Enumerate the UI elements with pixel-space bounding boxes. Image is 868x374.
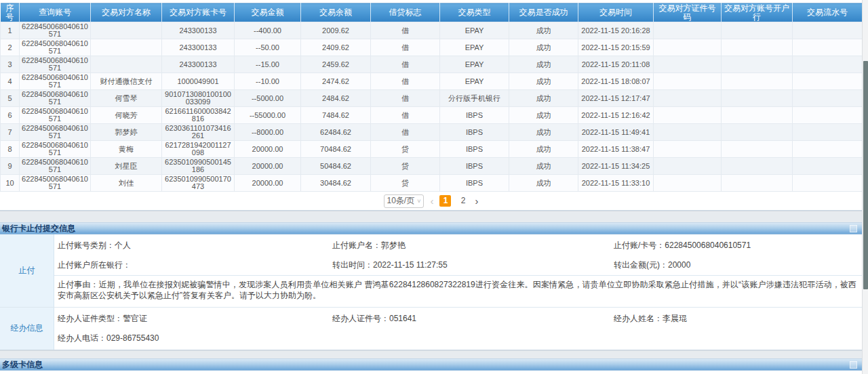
officer-info-row: 经办信息 经办人证件类型：警官证 经办人证件号：051641 经办人姓名：李晨琨…	[0, 308, 862, 350]
table-cell: 4	[1, 73, 20, 90]
table-cell	[793, 56, 863, 73]
table-cell	[793, 73, 863, 90]
collapse-icon[interactable]	[850, 225, 857, 232]
page-size-select[interactable]: 10条/页 ˅	[384, 194, 425, 208]
table-cell: 9010713080100100033099	[162, 90, 235, 107]
table-cell: 10	[1, 175, 20, 192]
table-cell: 2009.62	[301, 22, 371, 39]
table-cell: 何晓芳	[91, 107, 162, 124]
stop-payment-info-box: 止付 止付账号类别：个人 止付账户名：郭梦艳 止付账/卡号：6228450068…	[0, 234, 862, 350]
table-cell: 2022-11-15 11:33:10	[578, 175, 654, 192]
section-divider	[0, 350, 862, 358]
transactions-panel: 序号查询账号交易对方名称交易对方账卡号交易金额交易余额借贷标志交易类型交易是否成…	[0, 0, 862, 211]
table-cell: 6228450068040610571	[20, 141, 91, 158]
table-cell	[793, 90, 863, 107]
table-cell	[654, 107, 722, 124]
officer-phone-field: 经办人电话：029-86755430	[58, 333, 332, 344]
table-cell: 7	[1, 124, 20, 141]
page: 序号查询账号交易对方名称交易对方账卡号交易金额交易余额借贷标志交易类型交易是否成…	[0, 0, 862, 374]
table-cell: EPAY	[440, 56, 509, 73]
field-line: 止付账号类别：个人 止付账户名：郭梦艳 止付账/卡号：6228450068040…	[54, 236, 862, 255]
table-cell	[654, 141, 722, 158]
table-cell: 成功	[509, 141, 578, 158]
transactions-table: 序号查询账号交易对方名称交易对方账卡号交易金额交易余额借贷标志交易类型交易是否成…	[0, 3, 863, 192]
next-page-button[interactable]: ›	[475, 196, 478, 206]
table-cell: 分行版手机银行	[440, 90, 509, 107]
table-cell: 刘佳	[91, 175, 162, 192]
table-cell: EPAY	[440, 39, 509, 56]
table-cell: 7484.62	[301, 107, 371, 124]
table-cell: 2	[1, 39, 20, 56]
table-cell: IBPS	[440, 158, 509, 175]
column-header: 交易对方账卡号	[162, 3, 235, 22]
column-header: 序号	[1, 3, 20, 22]
officer-fields: 经办人证件类型：警官证 经办人证件号：051641 经办人姓名：李晨琨 经办人电…	[54, 308, 862, 350]
table-cell: 50484.62	[301, 158, 371, 175]
chevron-down-icon: ˅	[417, 198, 420, 205]
table-cell	[722, 107, 793, 124]
table-cell: 2022-11-15 18:08:07	[578, 73, 654, 90]
table-cell: 243300133	[162, 39, 235, 56]
table-cell: 贷	[371, 141, 440, 158]
page-number-2[interactable]: 2	[457, 195, 469, 207]
table-cell	[793, 39, 863, 56]
table-cell	[793, 107, 863, 124]
table-cell	[722, 175, 793, 192]
table-cell: 6228450068040610571	[20, 90, 91, 107]
table-cell: IBPS	[440, 107, 509, 124]
table-cell: 5	[1, 90, 20, 107]
table-cell	[654, 175, 722, 192]
row-label-officer: 经办信息	[0, 308, 54, 350]
vertical-scrollbar[interactable]	[862, 0, 868, 374]
table-row: 76228450068040610571郭梦婷62303611010734162…	[1, 124, 863, 141]
collapse-icon[interactable]	[850, 361, 857, 369]
table-cell: 借	[371, 73, 440, 90]
bank-field: 止付账户所在银行：	[58, 259, 332, 271]
table-cell	[722, 124, 793, 141]
table-cell: --10.00	[235, 73, 301, 90]
table-row: 16228450068040610571243300133--400.00200…	[1, 22, 863, 39]
table-cell: 2459.62	[301, 56, 371, 73]
table-cell: --55000.00	[235, 107, 301, 124]
table-cell: 6228450068040610571	[20, 73, 91, 90]
page-size-label: 10条/页	[387, 195, 415, 207]
table-cell: 1000049901	[162, 73, 235, 90]
table-cell: 9	[1, 158, 20, 175]
table-cell: 243300133	[162, 22, 235, 39]
table-cell: IBPS	[440, 175, 509, 192]
table-cell	[793, 158, 863, 175]
table-cell: 贷	[371, 175, 440, 192]
scrollbar-thumb[interactable]	[863, 61, 868, 289]
prev-page-button[interactable]: ‹	[430, 196, 433, 206]
table-cell	[793, 175, 863, 192]
table-cell	[793, 124, 863, 141]
table-cell: 6228450068040610571	[20, 107, 91, 124]
column-header: 交易时间	[578, 3, 654, 22]
column-header: 交易对方证件号码	[654, 3, 722, 22]
table-cell: 何雪琴	[91, 90, 162, 107]
table-cell: --8000.00	[235, 124, 301, 141]
page-number-1[interactable]: 1	[439, 195, 451, 207]
table-cell: 6228450068040610571	[20, 56, 91, 73]
table-cell: --400.00	[235, 22, 301, 39]
pagination: 10条/页 ˅ ‹ 1 2 ›	[0, 192, 862, 210]
column-header: 借贷标志	[371, 3, 440, 22]
section-title: 银行卡止付提交信息	[2, 224, 75, 233]
table-cell	[793, 141, 863, 158]
table-cell: 2022-11-15 12:16:42	[578, 107, 654, 124]
section-divider	[0, 211, 862, 222]
table-cell: 借	[371, 39, 440, 56]
table-row: 46228450068040610571财付通微信支付1000049901--1…	[1, 73, 863, 90]
table-cell: 成功	[509, 73, 578, 90]
table-cell: 6230361101073416261	[162, 124, 235, 141]
column-header: 交易流水号	[793, 3, 863, 22]
table-cell	[91, 22, 162, 39]
table-cell: 6228450068040610571	[20, 39, 91, 56]
stop-payment-row: 止付 止付账号类别：个人 止付账户名：郭梦艳 止付账/卡号：6228450068…	[0, 234, 862, 307]
field-line: 止付账户所在银行： 转出时间：2022-11-15 11:27:55 转出金额(…	[54, 255, 862, 275]
table-cell: 2022-11-15 11:34:25	[578, 158, 654, 175]
table-cell: 2409.62	[301, 39, 371, 56]
table-cell: 成功	[509, 124, 578, 141]
table-cell: 2484.62	[301, 90, 371, 107]
table-cell: --50.00	[235, 39, 301, 56]
